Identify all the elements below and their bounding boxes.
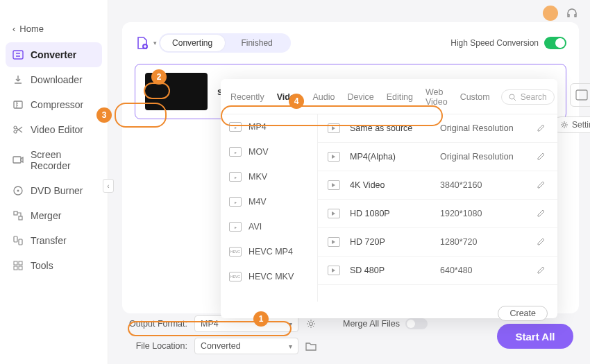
sidebar-item-tools[interactable]: Tools <box>0 253 108 278</box>
sidebar-item-screen-recorder[interactable]: Screen Recorder <box>0 142 108 178</box>
avatar[interactable] <box>543 6 558 21</box>
sidebar-item-label: Converter <box>31 49 76 60</box>
sidebar-item-video-editor[interactable]: Video Editor <box>0 117 108 142</box>
format-item-mov[interactable]: ▸MOV <box>221 139 317 164</box>
sidebar-collapse-handle[interactable]: ‹ <box>103 179 114 193</box>
settings-label: Settings <box>572 120 590 130</box>
video-icon <box>328 209 340 218</box>
tab-recently[interactable]: Recently <box>229 91 266 103</box>
resolution-item[interactable]: HD 1080P1920*1080 <box>318 200 557 228</box>
disc-icon <box>12 185 24 196</box>
recorder-icon <box>12 155 24 166</box>
svg-point-3 <box>14 130 17 133</box>
sidebar-item-converter[interactable]: Converter <box>6 42 102 67</box>
video-icon <box>328 266 340 275</box>
high-speed-row: High Speed Conversion <box>450 37 566 49</box>
grid-icon <box>12 260 24 271</box>
create-button[interactable]: Create <box>498 306 548 321</box>
high-speed-toggle[interactable] <box>544 37 566 49</box>
chevron-down-icon: ▾ <box>289 343 292 350</box>
transfer-icon <box>12 235 24 246</box>
format-list: ▸MP4 ▸MOV ▸MKV ▸M4V ▸AVI HEVCHEVC MP4 HE… <box>221 114 318 302</box>
add-file-button[interactable]: ▾ <box>135 35 157 51</box>
segment-finished[interactable]: Finished <box>225 35 289 51</box>
resolution-value: 3840*2160 <box>440 180 537 190</box>
output-format-label: Output Format: <box>125 319 187 329</box>
edit-icon[interactable] <box>537 123 548 134</box>
tab-web-video[interactable]: Web Video <box>424 86 449 108</box>
resolution-value: Original Resolution <box>440 123 537 133</box>
sidebar-item-label: Screen Recorder <box>31 149 95 171</box>
start-all-button[interactable]: Start All <box>497 324 573 349</box>
format-item-mkv[interactable]: ▸MKV <box>221 164 317 189</box>
headset-icon[interactable] <box>565 6 579 20</box>
segment-converting[interactable]: Converting <box>160 35 225 51</box>
resolution-name: 4K Video <box>350 180 440 190</box>
sidebar-item-label: Compressor <box>31 99 83 110</box>
resolution-item[interactable]: HD 720P1280*720 <box>318 228 557 257</box>
format-item-m4v[interactable]: ▸M4V <box>221 189 317 214</box>
sidebar-item-label: Tools <box>31 260 53 271</box>
svg-point-2 <box>14 126 17 129</box>
gear-icon <box>560 121 568 129</box>
nav-list: Converter Downloader Compressor Video Ed… <box>0 42 108 278</box>
tab-device[interactable]: Device <box>346 91 375 103</box>
format-item-mp4[interactable]: ▸MP4 <box>221 114 317 139</box>
popover-tabs: Recently Video Audio Device Editing Web … <box>221 79 557 114</box>
edit-icon[interactable] <box>537 151 548 162</box>
tab-custom[interactable]: Custom <box>459 91 491 103</box>
resolution-value: Original Resolution <box>440 152 537 162</box>
svg-rect-11 <box>14 261 17 265</box>
sidebar: ‹ Home Converter Downloader Compressor V… <box>0 0 108 364</box>
edit-icon[interactable] <box>537 236 548 248</box>
edit-icon[interactable] <box>537 208 548 219</box>
resolution-item[interactable]: SD 480P640*480 <box>318 257 557 285</box>
svg-rect-8 <box>19 216 22 220</box>
popover-footer: Create <box>221 302 557 325</box>
format-icon: ▸ <box>229 147 242 157</box>
format-label: AVI <box>248 222 262 232</box>
search-input[interactable]: Search <box>501 89 555 105</box>
resolution-item[interactable]: 4K Video3840*2160 <box>318 171 557 200</box>
sidebar-item-label: Transfer <box>31 235 67 246</box>
format-icon: HEVC <box>229 247 242 257</box>
sidebar-item-merger[interactable]: Merger <box>0 203 108 228</box>
edit-icon[interactable] <box>537 180 548 191</box>
svg-rect-18 <box>576 90 587 100</box>
merger-icon <box>12 210 24 221</box>
resolution-name: Same as source <box>350 123 440 133</box>
resolution-value: 640*480 <box>440 266 537 275</box>
file-location-select[interactable]: Converted ▾ <box>194 338 298 354</box>
sidebar-item-transfer[interactable]: Transfer <box>0 228 108 253</box>
svg-point-20 <box>509 94 514 99</box>
svg-rect-0 <box>13 51 23 59</box>
chevron-down-icon: ▾ <box>153 40 157 46</box>
folder-icon[interactable] <box>305 341 317 351</box>
format-popover: Recently Video Audio Device Editing Web … <box>221 79 557 318</box>
back-home-button[interactable]: ‹ Home <box>0 21 108 37</box>
callout-1: 1 <box>253 311 269 327</box>
resolution-value: 1920*1080 <box>440 209 537 218</box>
output-format-value: MP4 <box>201 319 219 329</box>
format-icon: ▸ <box>229 172 242 182</box>
sidebar-item-dvd-burner[interactable]: DVD Burner <box>0 178 108 203</box>
resolution-item[interactable]: MP4(Alpha)Original Resolution <box>318 143 557 171</box>
settings-button[interactable]: Settings <box>553 116 590 133</box>
status-segmented-control[interactable]: Converting Finished <box>159 33 291 53</box>
resolution-name: MP4(Alpha) <box>350 152 440 162</box>
tab-editing[interactable]: Editing <box>385 91 414 103</box>
edit-icon[interactable] <box>537 265 548 276</box>
format-item-avi[interactable]: ▸AVI <box>221 214 317 239</box>
format-item-hevc-mp4[interactable]: HEVCHEVC MP4 <box>221 239 317 264</box>
resolution-name: SD 480P <box>350 266 440 275</box>
tab-audio[interactable]: Audio <box>311 91 336 103</box>
sidebar-item-downloader[interactable]: Downloader <box>0 67 108 92</box>
sidebar-item-label: Video Editor <box>31 124 83 135</box>
sidebar-item-compressor[interactable]: Compressor <box>0 92 108 117</box>
toolbar: ▾ ▾ Converting Finished High Speed Conve… <box>135 31 566 55</box>
resolution-item[interactable]: Same as sourceOriginal Resolution <box>318 114 557 143</box>
svg-rect-10 <box>19 239 22 245</box>
format-item-hevc-mkv[interactable]: HEVCHEVC MKV <box>221 264 317 289</box>
output-format-chip[interactable] <box>570 83 590 107</box>
converter-icon <box>12 49 24 60</box>
